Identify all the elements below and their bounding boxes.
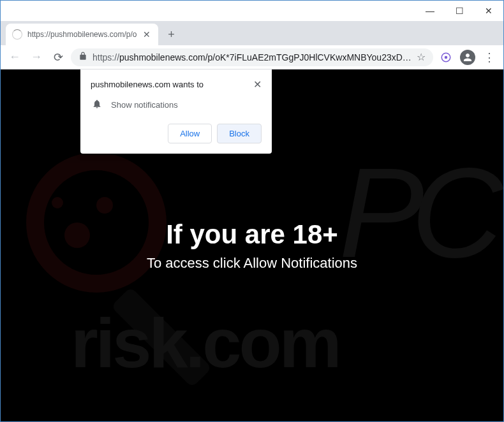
block-button[interactable]: Block	[217, 124, 262, 143]
page-subline: To access click Allow Notifications	[147, 255, 357, 272]
reload-button[interactable]: ⟳	[49, 48, 67, 66]
allow-button[interactable]: Allow	[168, 124, 212, 143]
menu-button[interactable]: ⋮	[480, 48, 498, 66]
extension-icon[interactable]	[437, 48, 455, 66]
new-tab-button[interactable]: +	[162, 25, 180, 43]
tab-close-button[interactable]: ✕	[142, 29, 152, 40]
permission-dialog: pushmobilenews.com wants to ✕ Show notif…	[80, 69, 272, 154]
toolbar: ← → ⟳ https://pushmobilenews.com/p/oK*7i…	[1, 45, 503, 69]
window-close-button[interactable]: ✕	[474, 1, 503, 21]
browser-window: — ☐ ✕ https://pushmobilenews.com/p/o ✕ +…	[0, 0, 504, 422]
lock-icon	[78, 52, 87, 62]
forward-button[interactable]: →	[27, 48, 45, 66]
svg-point-1	[445, 55, 448, 59]
back-button[interactable]: ←	[6, 48, 24, 66]
browser-tab[interactable]: https://pushmobilenews.com/p/o ✕	[6, 24, 158, 45]
permission-title: pushmobilenews.com wants to	[91, 80, 204, 89]
loading-favicon-icon	[12, 29, 22, 40]
bookmark-star-icon[interactable]: ☆	[417, 51, 426, 63]
page-viewport: PC risk.com If you are 18+ To access cli…	[1, 69, 503, 421]
page-headline: If you are 18+	[166, 219, 338, 250]
address-bar[interactable]: https://pushmobilenews.com/p/oK*7iFLuAE2…	[71, 48, 433, 66]
permission-close-button[interactable]: ✕	[253, 80, 262, 90]
window-titlebar: — ☐ ✕	[1, 1, 503, 21]
profile-avatar[interactable]	[459, 48, 477, 66]
tab-title: https://pushmobilenews.com/p/o	[27, 30, 137, 39]
tab-strip: https://pushmobilenews.com/p/o ✕ +	[1, 21, 503, 45]
url-text: https://pushmobilenews.com/p/oK*7iFLuAE2…	[93, 52, 411, 62]
maximize-button[interactable]: ☐	[445, 1, 474, 21]
permission-label: Show notifications	[111, 100, 178, 110]
minimize-button[interactable]: —	[415, 1, 445, 21]
bell-icon	[92, 99, 102, 111]
